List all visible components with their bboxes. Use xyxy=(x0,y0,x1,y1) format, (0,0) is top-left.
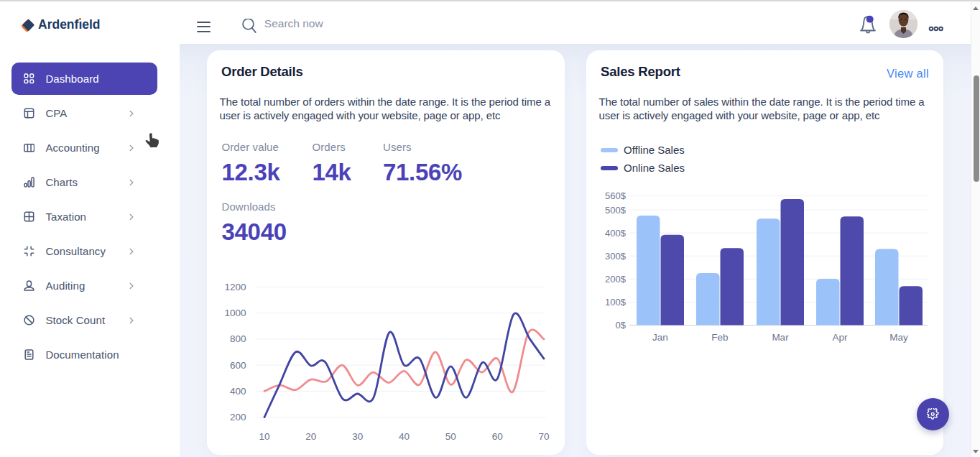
svg-text:May: May xyxy=(889,332,908,343)
svg-text:400$: 400$ xyxy=(605,228,627,239)
svg-text:40: 40 xyxy=(399,431,410,442)
svg-text:200: 200 xyxy=(230,412,246,423)
svg-text:1200: 1200 xyxy=(224,282,246,292)
svg-text:Mar: Mar xyxy=(772,332,789,343)
svg-text:Feb: Feb xyxy=(711,332,728,343)
svg-text:Apr: Apr xyxy=(832,332,848,343)
svg-text:800: 800 xyxy=(230,333,246,344)
svg-text:1000: 1000 xyxy=(224,308,246,318)
svg-text:50: 50 xyxy=(445,431,456,442)
svg-text:300$: 300$ xyxy=(605,251,627,262)
svg-text:30: 30 xyxy=(352,431,363,442)
svg-text:600: 600 xyxy=(230,360,246,371)
svg-text:100$: 100$ xyxy=(605,297,627,308)
svg-text:20: 20 xyxy=(305,431,316,442)
svg-text:500$: 500$ xyxy=(605,205,627,216)
svg-text:560$: 560$ xyxy=(605,190,627,201)
svg-text:Jan: Jan xyxy=(652,332,668,343)
svg-text:400: 400 xyxy=(230,386,246,397)
svg-text:10: 10 xyxy=(259,431,269,442)
svg-text:70: 70 xyxy=(538,431,549,442)
svg-text:60: 60 xyxy=(492,431,503,442)
svg-text:200$: 200$ xyxy=(605,274,627,285)
svg-text:0$: 0$ xyxy=(616,320,627,331)
